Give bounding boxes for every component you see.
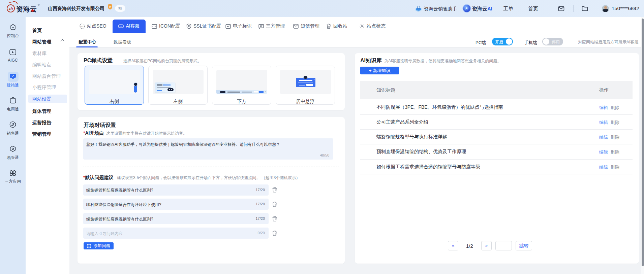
svg-text:ICON: ICON: [152, 25, 157, 27]
svg-text:SEO: SEO: [80, 26, 84, 28]
svg-text:企: 企: [109, 5, 112, 8]
